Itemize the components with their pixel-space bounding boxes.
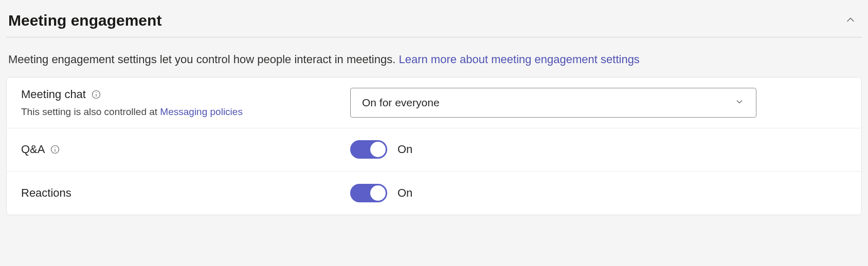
svg-point-2 xyxy=(96,92,96,92)
meeting-chat-subtext: This setting is also controlled at Messa… xyxy=(21,106,350,118)
svg-point-5 xyxy=(55,147,56,148)
select-value: On for everyone xyxy=(362,97,440,109)
section-title: Meeting engagement xyxy=(8,12,161,29)
chevron-up-icon xyxy=(845,14,856,27)
info-icon[interactable] xyxy=(50,144,60,155)
meeting-chat-label: Meeting chat xyxy=(21,88,86,101)
settings-card: Meeting chat This setting is also contro… xyxy=(6,77,862,215)
reactions-label: Reactions xyxy=(21,186,71,200)
reactions-control: On xyxy=(350,184,847,202)
learn-more-link[interactable]: Learn more about meeting engagement sett… xyxy=(399,53,639,66)
meeting-chat-select[interactable]: On for everyone xyxy=(350,88,756,118)
toggle-knob xyxy=(370,142,386,157)
reactions-row: Reactions On xyxy=(7,172,861,215)
reactions-toggle[interactable] xyxy=(350,184,387,202)
section-header: Meeting engagement xyxy=(6,5,862,37)
label-line: Reactions xyxy=(21,186,350,200)
collapse-button[interactable] xyxy=(841,11,860,30)
meeting-chat-control: On for everyone xyxy=(350,88,847,118)
qa-row: Q&A On xyxy=(7,128,861,172)
info-icon[interactable] xyxy=(91,89,101,100)
label-line: Meeting chat xyxy=(21,88,350,101)
messaging-policies-link[interactable]: Messaging policies xyxy=(160,106,243,117)
chevron-down-icon xyxy=(734,97,745,109)
toggle-knob xyxy=(370,185,386,201)
subtext-prefix: This setting is also controlled at xyxy=(21,106,160,117)
label-line: Q&A xyxy=(21,143,350,156)
reactions-label-group: Reactions xyxy=(21,186,350,200)
qa-control: On xyxy=(350,140,847,159)
description-text: Meeting engagement settings let you cont… xyxy=(8,53,399,66)
qa-label-group: Q&A xyxy=(21,143,350,156)
reactions-toggle-state: On xyxy=(397,186,412,200)
meeting-engagement-section: Meeting engagement Meeting engagement se… xyxy=(0,0,868,225)
qa-toggle-state: On xyxy=(397,143,412,156)
qa-label: Q&A xyxy=(21,143,45,156)
meeting-chat-row: Meeting chat This setting is also contro… xyxy=(7,78,861,128)
meeting-chat-label-group: Meeting chat This setting is also contro… xyxy=(21,88,350,118)
qa-toggle[interactable] xyxy=(350,140,387,159)
section-description: Meeting engagement settings let you cont… xyxy=(6,37,862,77)
